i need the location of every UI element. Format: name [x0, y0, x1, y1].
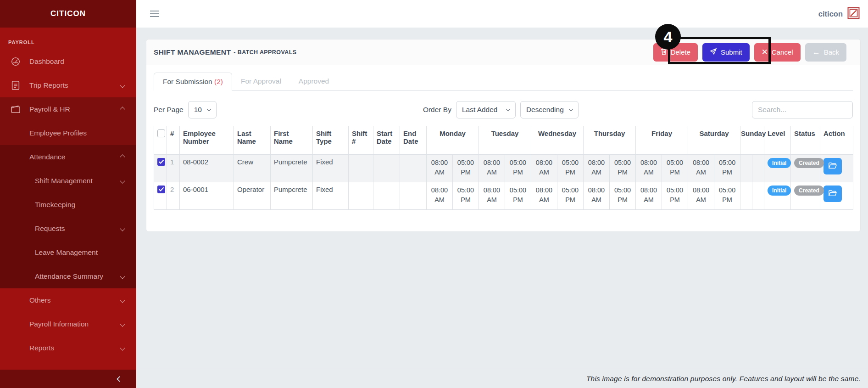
time-cell: 08:00 AM [479, 155, 505, 182]
chevron-down-icon [506, 107, 510, 112]
time-cell: 05:00 PM [557, 182, 584, 210]
action-cell [820, 155, 853, 182]
order-direction-select[interactable]: Descending [520, 101, 579, 118]
col-saturday: Saturday [688, 126, 740, 155]
folder-open-icon [829, 162, 837, 170]
chevron-down-icon [120, 226, 125, 231]
select-all-cell [154, 126, 167, 155]
chevron-down-icon [568, 107, 573, 112]
topbar: citicon [136, 0, 868, 28]
employee-number-cell: 08-0002 [180, 155, 234, 182]
table-header-row: # Employee Number Last Name First Name S… [154, 126, 853, 155]
highlight-box [668, 37, 771, 64]
level-badge: Initial [768, 158, 791, 168]
time-cell: 05:00 PM [662, 155, 688, 182]
sidebar-item-timekeeping[interactable]: Timekeeping [0, 193, 136, 217]
col-first-name: First Name [271, 126, 313, 155]
shift-type-cell: Fixed [313, 182, 349, 210]
row-checkbox[interactable] [157, 186, 165, 193]
last-name-cell: Crew [234, 155, 271, 182]
chevron-up-icon [120, 154, 125, 159]
tab-label: Approved [299, 77, 329, 85]
per-page-label: Per Page [154, 106, 184, 114]
sidebar-item-attendance[interactable]: Attendance [0, 145, 136, 169]
document-icon [10, 80, 21, 90]
time-cell: 08:00 AM [688, 155, 714, 182]
sidebar-item-others[interactable]: Others [0, 288, 136, 312]
col-employee-number: Employee Number [180, 126, 234, 155]
time-cell: 05:00 PM [610, 182, 636, 210]
time-cell: 08:00 AM [427, 182, 453, 210]
sidebar-item-payroll-information[interactable]: Payroll Information [0, 312, 136, 336]
level-cell: Initial [764, 182, 791, 210]
order-direction-value: Descending [526, 106, 564, 114]
order-field-select[interactable]: Last Added [456, 101, 516, 118]
shift-type-cell: Fixed [313, 155, 349, 182]
sidebar-item-payroll-hr[interactable]: Payroll & HR [0, 97, 136, 121]
sidebar-item-leave-management[interactable]: Leave Management [0, 241, 136, 264]
table-row: 2 06-0001 Operator Pumpcrete Fixed 08:00… [154, 182, 853, 210]
chevron-down-icon [206, 107, 211, 112]
sidebar-item-label: Attendance [29, 153, 121, 161]
time-cell: 05:00 PM [453, 182, 479, 210]
col-end-date: End Date [400, 126, 427, 155]
back-button[interactable]: ← Back [805, 43, 846, 62]
time-cell: 08:00 AM [531, 182, 557, 210]
table-controls: Per Page 10 Order By Last Added Descendi… [154, 101, 853, 118]
gauge-icon [10, 56, 21, 67]
shift-no-cell [349, 182, 373, 210]
sidebar-item-attendance-summary[interactable]: Attendance Summary [0, 264, 136, 288]
sidebar-item-shift-management[interactable]: Shift Management [0, 169, 136, 193]
col-action: Action [820, 126, 853, 155]
row-select-cell [154, 155, 167, 182]
sidebar-item-requests[interactable]: Requests [0, 217, 136, 241]
sidebar-item-label: Others [29, 296, 121, 304]
sidebar-item-trip-reports[interactable]: Trip Reports [0, 73, 136, 97]
cancel-button-label: Cancel [772, 48, 793, 56]
sidebar: CITICON PAYROLL Dashboard Trip Reports [0, 0, 136, 388]
tab-label: For Approval [241, 77, 281, 85]
select-all-checkbox[interactable] [157, 129, 165, 137]
level-cell: Initial [764, 155, 791, 182]
row-index: 1 [167, 155, 180, 182]
chevron-down-icon [120, 345, 125, 350]
col-tuesday: Tuesday [479, 126, 531, 155]
sidebar-item-employee-profiles[interactable]: Employee Profiles [0, 121, 136, 145]
time-cell: 05:00 PM [505, 155, 531, 182]
chevron-up-icon [120, 107, 125, 112]
row-checkbox[interactable] [157, 158, 165, 166]
last-name-cell: Operator [234, 182, 271, 210]
employee-number-cell: 06-0001 [180, 182, 234, 210]
sidebar-collapse-button[interactable] [0, 370, 136, 388]
menu-icon[interactable] [150, 9, 159, 19]
time-cell: 08:00 AM [584, 155, 610, 182]
sidebar-item-label: Payroll & HR [29, 105, 121, 113]
folder-open-icon [829, 190, 837, 198]
sidebar-item-label: Dashboard [29, 57, 136, 66]
per-page-select[interactable]: 10 [188, 101, 217, 118]
sidebar-item-label: Requests [35, 225, 121, 233]
col-sunday: Sunday [740, 126, 764, 155]
col-friday: Friday [636, 126, 688, 155]
shifts-table: # Employee Number Last Name First Name S… [154, 126, 853, 210]
open-record-button[interactable] [823, 158, 842, 174]
chevron-down-icon [120, 83, 125, 88]
col-status: Status [791, 126, 820, 155]
demo-disclaimer: This image is for demonstration purposes… [136, 369, 868, 388]
end-date-cell [400, 155, 427, 182]
time-cell: 08:00 AM [636, 182, 662, 210]
chevron-down-icon [120, 274, 125, 279]
content-area: SHIFT MANAGEMENT - BATCH APPROVALS Delet… [136, 28, 868, 369]
level-badge: Initial [768, 186, 791, 196]
search-input[interactable] [752, 101, 853, 118]
tab-for-submission[interactable]: For Submission (2) [154, 73, 232, 91]
tab-approved[interactable]: Approved [290, 73, 338, 90]
time-cell: 05:00 PM [714, 155, 740, 182]
sidebar-item-dashboard[interactable]: Dashboard [0, 50, 136, 73]
status-cell: Created [791, 182, 820, 210]
sidebar-item-reports[interactable]: Reports [0, 336, 136, 360]
col-thursday: Thursday [584, 126, 636, 155]
shift-management-card: SHIFT MANAGEMENT - BATCH APPROVALS Delet… [146, 39, 861, 232]
open-record-button[interactable] [823, 186, 842, 202]
tab-for-approval[interactable]: For Approval [232, 73, 290, 90]
